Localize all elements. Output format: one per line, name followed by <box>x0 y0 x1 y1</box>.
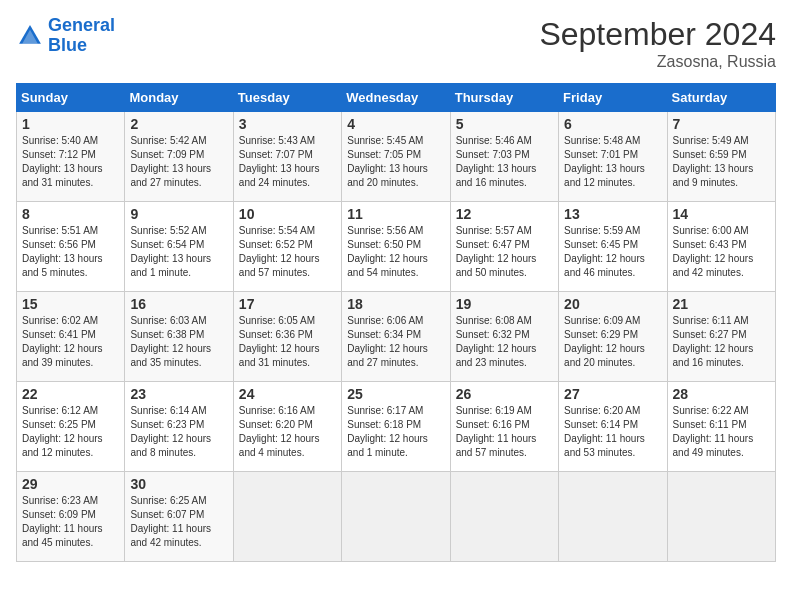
calendar-day: 4Sunrise: 5:45 AM Sunset: 7:05 PM Daylig… <box>342 112 450 202</box>
logo: GeneralBlue <box>16 16 115 56</box>
calendar-day <box>342 472 450 562</box>
calendar-week-row: 15Sunrise: 6:02 AM Sunset: 6:41 PM Dayli… <box>17 292 776 382</box>
day-number: 27 <box>564 386 661 402</box>
day-number: 28 <box>673 386 770 402</box>
day-detail: Sunrise: 6:11 AM Sunset: 6:27 PM Dayligh… <box>673 314 770 370</box>
day-detail: Sunrise: 5:40 AM Sunset: 7:12 PM Dayligh… <box>22 134 119 190</box>
calendar-day: 6Sunrise: 5:48 AM Sunset: 7:01 PM Daylig… <box>559 112 667 202</box>
day-detail: Sunrise: 5:46 AM Sunset: 7:03 PM Dayligh… <box>456 134 553 190</box>
day-detail: Sunrise: 5:59 AM Sunset: 6:45 PM Dayligh… <box>564 224 661 280</box>
calendar-day: 25Sunrise: 6:17 AM Sunset: 6:18 PM Dayli… <box>342 382 450 472</box>
day-number: 22 <box>22 386 119 402</box>
calendar-day: 21Sunrise: 6:11 AM Sunset: 6:27 PM Dayli… <box>667 292 775 382</box>
calendar-day <box>233 472 341 562</box>
day-number: 25 <box>347 386 444 402</box>
day-detail: Sunrise: 5:57 AM Sunset: 6:47 PM Dayligh… <box>456 224 553 280</box>
calendar-day: 22Sunrise: 6:12 AM Sunset: 6:25 PM Dayli… <box>17 382 125 472</box>
day-number: 29 <box>22 476 119 492</box>
calendar-day: 27Sunrise: 6:20 AM Sunset: 6:14 PM Dayli… <box>559 382 667 472</box>
calendar-day: 29Sunrise: 6:23 AM Sunset: 6:09 PM Dayli… <box>17 472 125 562</box>
header-thursday: Thursday <box>450 84 558 112</box>
day-number: 21 <box>673 296 770 312</box>
day-detail: Sunrise: 6:12 AM Sunset: 6:25 PM Dayligh… <box>22 404 119 460</box>
calendar-day: 15Sunrise: 6:02 AM Sunset: 6:41 PM Dayli… <box>17 292 125 382</box>
day-detail: Sunrise: 5:48 AM Sunset: 7:01 PM Dayligh… <box>564 134 661 190</box>
header-sunday: Sunday <box>17 84 125 112</box>
day-number: 20 <box>564 296 661 312</box>
calendar-day: 17Sunrise: 6:05 AM Sunset: 6:36 PM Dayli… <box>233 292 341 382</box>
day-detail: Sunrise: 6:16 AM Sunset: 6:20 PM Dayligh… <box>239 404 336 460</box>
day-number: 3 <box>239 116 336 132</box>
calendar-day: 2Sunrise: 5:42 AM Sunset: 7:09 PM Daylig… <box>125 112 233 202</box>
calendar-day: 10Sunrise: 5:54 AM Sunset: 6:52 PM Dayli… <box>233 202 341 292</box>
day-number: 26 <box>456 386 553 402</box>
day-number: 7 <box>673 116 770 132</box>
day-detail: Sunrise: 6:00 AM Sunset: 6:43 PM Dayligh… <box>673 224 770 280</box>
day-detail: Sunrise: 6:08 AM Sunset: 6:32 PM Dayligh… <box>456 314 553 370</box>
day-detail: Sunrise: 6:14 AM Sunset: 6:23 PM Dayligh… <box>130 404 227 460</box>
day-number: 9 <box>130 206 227 222</box>
calendar-day: 30Sunrise: 6:25 AM Sunset: 6:07 PM Dayli… <box>125 472 233 562</box>
day-number: 4 <box>347 116 444 132</box>
calendar-day: 20Sunrise: 6:09 AM Sunset: 6:29 PM Dayli… <box>559 292 667 382</box>
day-detail: Sunrise: 5:45 AM Sunset: 7:05 PM Dayligh… <box>347 134 444 190</box>
header-wednesday: Wednesday <box>342 84 450 112</box>
calendar-day <box>667 472 775 562</box>
calendar-day: 8Sunrise: 5:51 AM Sunset: 6:56 PM Daylig… <box>17 202 125 292</box>
day-number: 10 <box>239 206 336 222</box>
day-number: 24 <box>239 386 336 402</box>
day-number: 2 <box>130 116 227 132</box>
calendar-day <box>450 472 558 562</box>
day-detail: Sunrise: 5:43 AM Sunset: 7:07 PM Dayligh… <box>239 134 336 190</box>
month-year: September 2024 <box>539 16 776 53</box>
day-number: 15 <box>22 296 119 312</box>
calendar-day <box>559 472 667 562</box>
day-detail: Sunrise: 6:20 AM Sunset: 6:14 PM Dayligh… <box>564 404 661 460</box>
day-number: 16 <box>130 296 227 312</box>
calendar-day: 26Sunrise: 6:19 AM Sunset: 6:16 PM Dayli… <box>450 382 558 472</box>
calendar-day: 9Sunrise: 5:52 AM Sunset: 6:54 PM Daylig… <box>125 202 233 292</box>
day-detail: Sunrise: 5:54 AM Sunset: 6:52 PM Dayligh… <box>239 224 336 280</box>
calendar-day: 24Sunrise: 6:16 AM Sunset: 6:20 PM Dayli… <box>233 382 341 472</box>
day-detail: Sunrise: 5:56 AM Sunset: 6:50 PM Dayligh… <box>347 224 444 280</box>
day-number: 14 <box>673 206 770 222</box>
calendar-day: 16Sunrise: 6:03 AM Sunset: 6:38 PM Dayli… <box>125 292 233 382</box>
day-detail: Sunrise: 6:17 AM Sunset: 6:18 PM Dayligh… <box>347 404 444 460</box>
day-detail: Sunrise: 5:52 AM Sunset: 6:54 PM Dayligh… <box>130 224 227 280</box>
day-detail: Sunrise: 6:22 AM Sunset: 6:11 PM Dayligh… <box>673 404 770 460</box>
day-detail: Sunrise: 6:06 AM Sunset: 6:34 PM Dayligh… <box>347 314 444 370</box>
calendar-day: 28Sunrise: 6:22 AM Sunset: 6:11 PM Dayli… <box>667 382 775 472</box>
calendar-day: 3Sunrise: 5:43 AM Sunset: 7:07 PM Daylig… <box>233 112 341 202</box>
page-header: GeneralBlue September 2024 Zasosna, Russ… <box>16 16 776 71</box>
calendar-day: 1Sunrise: 5:40 AM Sunset: 7:12 PM Daylig… <box>17 112 125 202</box>
day-detail: Sunrise: 5:42 AM Sunset: 7:09 PM Dayligh… <box>130 134 227 190</box>
day-detail: Sunrise: 6:05 AM Sunset: 6:36 PM Dayligh… <box>239 314 336 370</box>
calendar-week-row: 29Sunrise: 6:23 AM Sunset: 6:09 PM Dayli… <box>17 472 776 562</box>
logo-icon <box>16 22 44 50</box>
day-detail: Sunrise: 6:03 AM Sunset: 6:38 PM Dayligh… <box>130 314 227 370</box>
calendar-day: 13Sunrise: 5:59 AM Sunset: 6:45 PM Dayli… <box>559 202 667 292</box>
weekday-header-row: Sunday Monday Tuesday Wednesday Thursday… <box>17 84 776 112</box>
day-number: 1 <box>22 116 119 132</box>
day-number: 6 <box>564 116 661 132</box>
calendar-day: 7Sunrise: 5:49 AM Sunset: 6:59 PM Daylig… <box>667 112 775 202</box>
day-detail: Sunrise: 6:19 AM Sunset: 6:16 PM Dayligh… <box>456 404 553 460</box>
calendar-day: 11Sunrise: 5:56 AM Sunset: 6:50 PM Dayli… <box>342 202 450 292</box>
day-number: 12 <box>456 206 553 222</box>
calendar-week-row: 8Sunrise: 5:51 AM Sunset: 6:56 PM Daylig… <box>17 202 776 292</box>
day-number: 5 <box>456 116 553 132</box>
calendar-day: 18Sunrise: 6:06 AM Sunset: 6:34 PM Dayli… <box>342 292 450 382</box>
day-number: 19 <box>456 296 553 312</box>
day-number: 11 <box>347 206 444 222</box>
day-detail: Sunrise: 6:02 AM Sunset: 6:41 PM Dayligh… <box>22 314 119 370</box>
day-number: 23 <box>130 386 227 402</box>
day-number: 13 <box>564 206 661 222</box>
day-detail: Sunrise: 6:23 AM Sunset: 6:09 PM Dayligh… <box>22 494 119 550</box>
calendar-day: 14Sunrise: 6:00 AM Sunset: 6:43 PM Dayli… <box>667 202 775 292</box>
day-number: 30 <box>130 476 227 492</box>
header-tuesday: Tuesday <box>233 84 341 112</box>
calendar-day: 12Sunrise: 5:57 AM Sunset: 6:47 PM Dayli… <box>450 202 558 292</box>
day-detail: Sunrise: 5:51 AM Sunset: 6:56 PM Dayligh… <box>22 224 119 280</box>
logo-text: GeneralBlue <box>48 16 115 56</box>
day-number: 17 <box>239 296 336 312</box>
